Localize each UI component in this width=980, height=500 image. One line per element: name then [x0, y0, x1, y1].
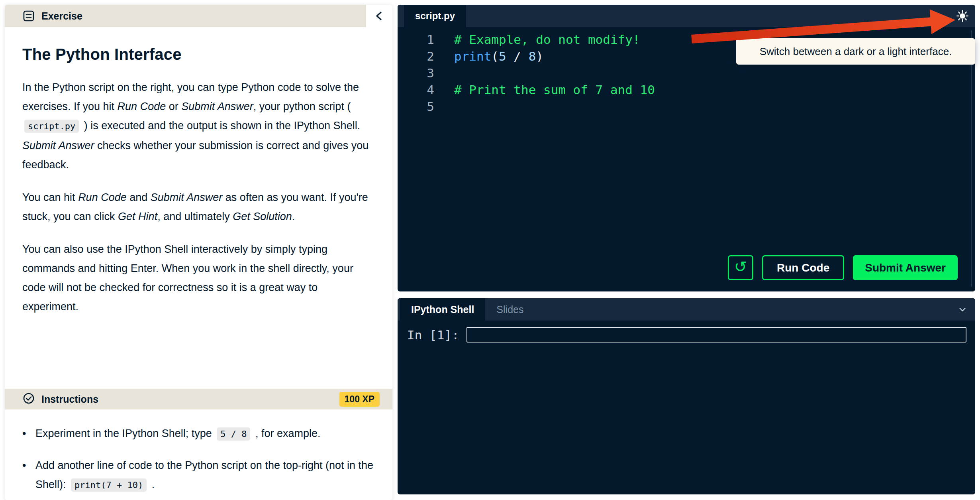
italic-text: Get Solution — [233, 211, 292, 222]
tab-script-py[interactable]: script.py — [404, 5, 466, 27]
inline-code: print(7 + 10) — [71, 478, 147, 492]
text-run: and — [127, 191, 151, 203]
italic-text: Submit Answer — [22, 140, 94, 152]
exercise-header: Exercise — [5, 5, 392, 27]
exercise-journal-icon — [22, 10, 35, 22]
instruction-item: •Experiment in the IPython Shell; type 5… — [22, 424, 376, 444]
code-token-keyword: print — [454, 49, 491, 63]
bullet-dot: • — [22, 424, 35, 444]
exercise-paragraph: You can hit Run Code and Submit Answer a… — [22, 188, 376, 226]
exercise-panel: Exercise The Python Interface In the Pyt… — [5, 5, 392, 500]
shell-tabs: IPython ShellSlides — [398, 298, 975, 321]
collapse-shell-button[interactable] — [955, 302, 970, 317]
theme-tooltip: Switch between a dark or a light interfa… — [736, 38, 975, 65]
instruction-text: Add another line of code to the Python s… — [35, 456, 376, 495]
inline-code: 5 / 8 — [217, 427, 250, 441]
instructions-list: •Experiment in the IPython Shell; type 5… — [5, 424, 392, 500]
shell-panel: IPython ShellSlides In [1]: — [398, 298, 975, 494]
italic-text: Run Code — [118, 100, 166, 112]
italic-text: Run Code — [78, 191, 127, 203]
instruction-item: •Add another line of code to the Python … — [22, 456, 376, 495]
code-text: print(5 / 8) — [454, 49, 543, 63]
xp-badge: 100 XP — [339, 392, 380, 407]
sun-icon — [956, 9, 969, 23]
code-line[interactable]: 4# Print the sum of 7 and 10 — [398, 81, 975, 98]
code-token-number: 8 — [529, 49, 536, 63]
page-title: The Python Interface — [22, 45, 376, 63]
text-run: . — [292, 211, 295, 222]
reset-code-button[interactable]: ↺ — [728, 255, 753, 280]
text-run: You can also use the IPython Shell inter… — [22, 243, 353, 313]
exercise-paragraph: In the Python script on the right, you c… — [22, 78, 376, 174]
text-run: Experiment in the IPython Shell; type — [35, 427, 215, 439]
code-token-plain: / — [506, 49, 529, 63]
chevron-down-icon — [957, 302, 968, 317]
instructions-header: Instructions 100 XP — [5, 389, 392, 409]
submit-answer-button[interactable]: Submit Answer — [853, 255, 958, 280]
check-circle-icon — [22, 392, 35, 406]
shell-prompt-row: In [1]: — [407, 327, 966, 343]
line-number: 3 — [398, 66, 434, 80]
text-run: or — [166, 100, 181, 112]
line-number: 2 — [398, 49, 434, 63]
text-run: You can hit — [22, 191, 78, 203]
bullet-dot: • — [22, 456, 35, 495]
code-line[interactable]: 5 — [398, 98, 975, 115]
instruction-text: Experiment in the IPython Shell; type 5 … — [35, 424, 376, 444]
tab-slides[interactable]: Slides — [485, 298, 535, 321]
editor-scrollbar[interactable] — [971, 30, 972, 287]
code-line[interactable]: 3 — [398, 65, 975, 81]
chevron-left-icon — [372, 9, 386, 23]
code-token-comment: # Print the sum of 7 and 10 — [454, 83, 655, 97]
exercise-header-title: Exercise — [41, 10, 82, 22]
text-run: ) is executed and the output is shown in… — [81, 120, 360, 132]
code-text: # Print the sum of 7 and 10 — [454, 83, 655, 97]
shell-prompt: In [1]: — [407, 328, 459, 342]
inline-code: script.py — [24, 120, 79, 133]
tab-ipython-shell[interactable]: IPython Shell — [400, 298, 485, 321]
code-token-plain: ) — [536, 49, 543, 63]
shell-tabbar: IPython ShellSlides — [398, 298, 975, 321]
text-run: , for example. — [252, 427, 320, 439]
collapse-panel-button[interactable] — [366, 5, 392, 27]
code-text: # Example, do not modify! — [454, 32, 640, 47]
code-token-plain: ( — [491, 49, 499, 63]
italic-text: Get Hint — [118, 211, 157, 222]
reset-icon: ↺ — [734, 259, 747, 274]
theme-toggle-button[interactable] — [954, 8, 971, 24]
code-token-comment: # Example, do not modify! — [454, 32, 640, 47]
shell-input[interactable] — [466, 327, 966, 343]
editor-tabbar: script.py — [398, 5, 975, 27]
text-run: , your python script ( — [253, 100, 351, 112]
text-run: . — [149, 478, 155, 490]
line-number: 5 — [398, 99, 434, 114]
exercise-paragraph: You can also use the IPython Shell inter… — [22, 240, 376, 316]
line-number: 1 — [398, 32, 434, 47]
text-run: , and ultimately — [157, 211, 233, 222]
instructions-title: Instructions — [41, 394, 98, 405]
code-token-number: 5 — [499, 49, 506, 63]
line-number: 4 — [398, 83, 434, 97]
editor-actions: ↺ Run Code Submit Answer — [728, 255, 958, 280]
run-code-button[interactable]: Run Code — [762, 255, 844, 280]
exercise-content: The Python Interface In the Python scrip… — [5, 27, 392, 316]
italic-text: Submit Answer — [181, 100, 253, 112]
italic-text: Submit Answer — [151, 191, 223, 203]
